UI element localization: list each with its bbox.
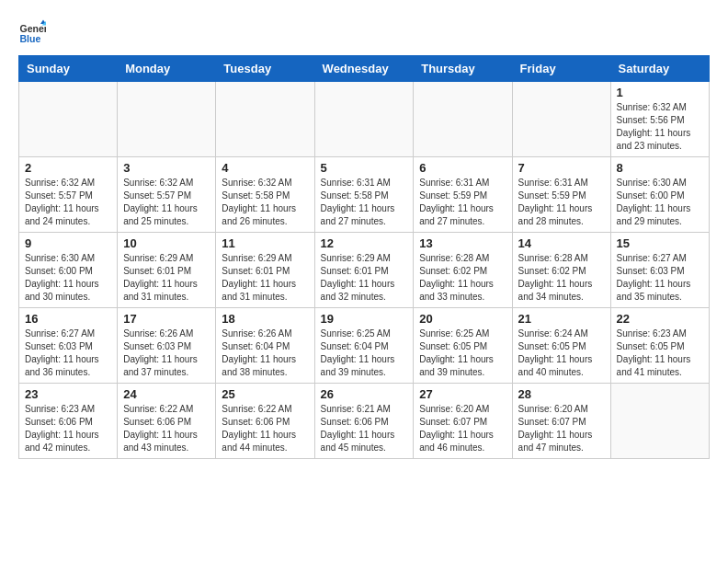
day-info: Sunrise: 6:25 AMSunset: 6:05 PMDaylight:… [419, 327, 506, 379]
day-number: 16 [25, 312, 111, 326]
day-info: Sunrise: 6:29 AMSunset: 6:01 PMDaylight:… [123, 252, 210, 304]
weekday-header-saturday: Saturday [610, 56, 709, 82]
calendar-week-4: 16Sunrise: 6:27 AMSunset: 6:03 PMDayligh… [19, 308, 710, 384]
day-info: Sunrise: 6:31 AMSunset: 5:59 PMDaylight:… [518, 177, 605, 228]
calendar-cell: 24Sunrise: 6:22 AMSunset: 6:06 PMDayligh… [118, 384, 216, 459]
day-info: Sunrise: 6:20 AMSunset: 6:07 PMDaylight:… [518, 403, 605, 454]
calendar-week-2: 2Sunrise: 6:32 AMSunset: 5:57 PMDaylight… [19, 157, 710, 233]
calendar-cell: 28Sunrise: 6:20 AMSunset: 6:07 PMDayligh… [512, 384, 610, 459]
day-info: Sunrise: 6:27 AMSunset: 6:03 PMDaylight:… [25, 327, 111, 379]
day-info: Sunrise: 6:21 AMSunset: 6:06 PMDaylight:… [321, 403, 408, 454]
calendar-cell: 7Sunrise: 6:31 AMSunset: 5:59 PMDaylight… [512, 157, 610, 233]
day-info: Sunrise: 6:22 AMSunset: 6:06 PMDaylight:… [222, 403, 308, 454]
calendar-cell [314, 82, 414, 157]
day-info: Sunrise: 6:28 AMSunset: 6:02 PMDaylight:… [518, 252, 605, 304]
day-number: 12 [321, 236, 408, 250]
day-number: 9 [25, 236, 111, 250]
day-number: 10 [123, 236, 210, 250]
calendar-cell [512, 82, 610, 157]
calendar-cell: 11Sunrise: 6:29 AMSunset: 6:01 PMDayligh… [216, 233, 314, 308]
calendar-cell [118, 82, 216, 157]
weekday-header-row: SundayMondayTuesdayWednesdayThursdayFrid… [19, 56, 710, 82]
weekday-header-sunday: Sunday [19, 56, 118, 82]
logo: General Blue [18, 18, 50, 46]
calendar-cell: 25Sunrise: 6:22 AMSunset: 6:06 PMDayligh… [216, 384, 314, 459]
day-info: Sunrise: 6:32 AMSunset: 5:57 PMDaylight:… [25, 177, 111, 228]
day-info: Sunrise: 6:25 AMSunset: 6:04 PMDaylight:… [321, 327, 408, 379]
day-number: 14 [518, 236, 605, 250]
day-info: Sunrise: 6:32 AMSunset: 5:58 PMDaylight:… [222, 177, 308, 228]
day-info: Sunrise: 6:30 AMSunset: 6:00 PMDaylight:… [25, 252, 111, 304]
day-info: Sunrise: 6:26 AMSunset: 6:03 PMDaylight:… [123, 327, 210, 379]
day-number: 22 [617, 312, 703, 326]
weekday-header-friday: Friday [512, 56, 610, 82]
day-number: 24 [123, 387, 210, 401]
day-number: 18 [222, 312, 308, 326]
day-number: 25 [222, 387, 308, 401]
day-info: Sunrise: 6:32 AMSunset: 5:56 PMDaylight:… [617, 101, 703, 153]
calendar-cell: 26Sunrise: 6:21 AMSunset: 6:06 PMDayligh… [314, 384, 414, 459]
day-info: Sunrise: 6:27 AMSunset: 6:03 PMDaylight:… [617, 252, 703, 304]
calendar-cell: 5Sunrise: 6:31 AMSunset: 5:58 PMDaylight… [314, 157, 414, 233]
day-number: 4 [222, 161, 308, 175]
calendar-cell: 23Sunrise: 6:23 AMSunset: 6:06 PMDayligh… [19, 384, 118, 459]
day-info: Sunrise: 6:23 AMSunset: 6:05 PMDaylight:… [617, 327, 703, 379]
calendar-cell: 12Sunrise: 6:29 AMSunset: 6:01 PMDayligh… [314, 233, 414, 308]
day-info: Sunrise: 6:26 AMSunset: 6:04 PMDaylight:… [222, 327, 308, 379]
day-info: Sunrise: 6:23 AMSunset: 6:06 PMDaylight:… [25, 403, 111, 454]
calendar-cell: 21Sunrise: 6:24 AMSunset: 6:05 PMDayligh… [512, 308, 610, 384]
calendar-cell: 27Sunrise: 6:20 AMSunset: 6:07 PMDayligh… [414, 384, 512, 459]
calendar-cell: 20Sunrise: 6:25 AMSunset: 6:05 PMDayligh… [414, 308, 512, 384]
calendar-cell [610, 384, 709, 459]
day-info: Sunrise: 6:31 AMSunset: 5:58 PMDaylight:… [321, 177, 408, 228]
calendar-cell: 4Sunrise: 6:32 AMSunset: 5:58 PMDaylight… [216, 157, 314, 233]
day-number: 17 [123, 312, 210, 326]
day-info: Sunrise: 6:31 AMSunset: 5:59 PMDaylight:… [419, 177, 506, 228]
calendar-cell [216, 82, 314, 157]
calendar-cell: 6Sunrise: 6:31 AMSunset: 5:59 PMDaylight… [414, 157, 512, 233]
calendar-cell: 10Sunrise: 6:29 AMSunset: 6:01 PMDayligh… [118, 233, 216, 308]
calendar-cell [414, 82, 512, 157]
day-number: 6 [419, 161, 506, 175]
day-info: Sunrise: 6:32 AMSunset: 5:57 PMDaylight:… [123, 177, 210, 228]
svg-text:Blue: Blue [20, 33, 41, 44]
day-number: 1 [617, 86, 703, 99]
day-number: 27 [419, 387, 506, 401]
day-number: 8 [617, 161, 703, 175]
weekday-header-thursday: Thursday [414, 56, 512, 82]
weekday-header-tuesday: Tuesday [216, 56, 314, 82]
day-number: 5 [321, 161, 408, 175]
day-number: 2 [25, 161, 111, 175]
day-info: Sunrise: 6:28 AMSunset: 6:02 PMDaylight:… [419, 252, 506, 304]
day-number: 26 [321, 387, 408, 401]
weekday-header-monday: Monday [118, 56, 216, 82]
day-info: Sunrise: 6:24 AMSunset: 6:05 PMDaylight:… [518, 327, 605, 379]
calendar-table: SundayMondayTuesdayWednesdayThursdayFrid… [18, 55, 710, 459]
day-number: 13 [419, 236, 506, 250]
calendar-cell: 3Sunrise: 6:32 AMSunset: 5:57 PMDaylight… [118, 157, 216, 233]
day-number: 7 [518, 161, 605, 175]
calendar-cell: 15Sunrise: 6:27 AMSunset: 6:03 PMDayligh… [610, 233, 709, 308]
day-info: Sunrise: 6:30 AMSunset: 6:00 PMDaylight:… [617, 177, 703, 228]
weekday-header-wednesday: Wednesday [314, 56, 414, 82]
calendar-cell: 8Sunrise: 6:30 AMSunset: 6:00 PMDaylight… [610, 157, 709, 233]
logo-icon: General Blue [18, 18, 46, 46]
day-number: 3 [123, 161, 210, 175]
calendar-cell: 13Sunrise: 6:28 AMSunset: 6:02 PMDayligh… [414, 233, 512, 308]
day-info: Sunrise: 6:29 AMSunset: 6:01 PMDaylight:… [321, 252, 408, 304]
day-number: 20 [419, 312, 506, 326]
calendar-cell: 14Sunrise: 6:28 AMSunset: 6:02 PMDayligh… [512, 233, 610, 308]
day-info: Sunrise: 6:20 AMSunset: 6:07 PMDaylight:… [419, 403, 506, 454]
calendar-cell: 19Sunrise: 6:25 AMSunset: 6:04 PMDayligh… [314, 308, 414, 384]
calendar-week-3: 9Sunrise: 6:30 AMSunset: 6:00 PMDaylight… [19, 233, 710, 308]
calendar-cell: 16Sunrise: 6:27 AMSunset: 6:03 PMDayligh… [19, 308, 118, 384]
day-number: 23 [25, 387, 111, 401]
day-number: 21 [518, 312, 605, 326]
calendar-week-1: 1Sunrise: 6:32 AMSunset: 5:56 PMDaylight… [19, 82, 710, 157]
calendar-cell: 17Sunrise: 6:26 AMSunset: 6:03 PMDayligh… [118, 308, 216, 384]
calendar-week-5: 23Sunrise: 6:23 AMSunset: 6:06 PMDayligh… [19, 384, 710, 459]
calendar-cell: 9Sunrise: 6:30 AMSunset: 6:00 PMDaylight… [19, 233, 118, 308]
day-info: Sunrise: 6:29 AMSunset: 6:01 PMDaylight:… [222, 252, 308, 304]
calendar-cell: 1Sunrise: 6:32 AMSunset: 5:56 PMDaylight… [610, 82, 709, 157]
calendar-cell: 2Sunrise: 6:32 AMSunset: 5:57 PMDaylight… [19, 157, 118, 233]
